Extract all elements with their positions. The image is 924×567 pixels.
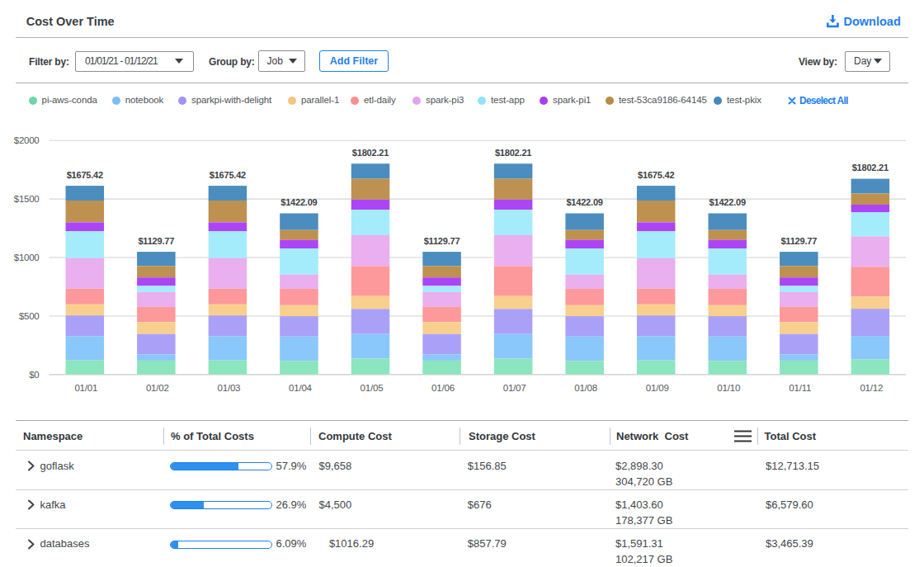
svg-text:01/10: 01/10 bbox=[717, 383, 740, 393]
svg-text:01/12: 01/12 bbox=[860, 383, 883, 393]
svg-text:01/09: 01/09 bbox=[646, 383, 669, 393]
svg-text:01/11: 01/11 bbox=[789, 383, 811, 393]
svg-text:$1675.42: $1675.42 bbox=[67, 170, 103, 180]
svg-text:$2000: $2000 bbox=[14, 135, 40, 145]
svg-text:$1422.09: $1422.09 bbox=[710, 197, 746, 207]
svg-text:$0: $0 bbox=[29, 370, 39, 380]
svg-text:$1129.77: $1129.77 bbox=[780, 236, 817, 246]
svg-text:$1802.21: $1802.21 bbox=[352, 148, 389, 158]
svg-text:01/06: 01/06 bbox=[431, 383, 455, 393]
svg-text:$500: $500 bbox=[19, 311, 40, 321]
svg-text:01/08: 01/08 bbox=[574, 383, 597, 393]
svg-text:01/03: 01/03 bbox=[218, 383, 241, 393]
svg-text:$1675.42: $1675.42 bbox=[638, 170, 674, 180]
svg-text:$1129.77: $1129.77 bbox=[424, 236, 460, 246]
svg-text:$1000: $1000 bbox=[14, 253, 40, 262]
svg-text:01/05: 01/05 bbox=[361, 383, 384, 393]
svg-text:$1802.21: $1802.21 bbox=[495, 148, 531, 158]
svg-text:$1675.42: $1675.42 bbox=[210, 170, 246, 180]
svg-text:01/04: 01/04 bbox=[289, 383, 313, 393]
svg-text:$1422.09: $1422.09 bbox=[280, 197, 317, 207]
svg-text:01/01: 01/01 bbox=[74, 383, 97, 393]
svg-text:01/02: 01/02 bbox=[146, 383, 169, 393]
svg-text:01/07: 01/07 bbox=[503, 383, 526, 393]
svg-text:$1422.09: $1422.09 bbox=[566, 197, 602, 207]
svg-text:$1802.21: $1802.21 bbox=[852, 163, 889, 172]
svg-text:$1500: $1500 bbox=[14, 194, 40, 204]
svg-text:$1129.77: $1129.77 bbox=[138, 236, 174, 246]
